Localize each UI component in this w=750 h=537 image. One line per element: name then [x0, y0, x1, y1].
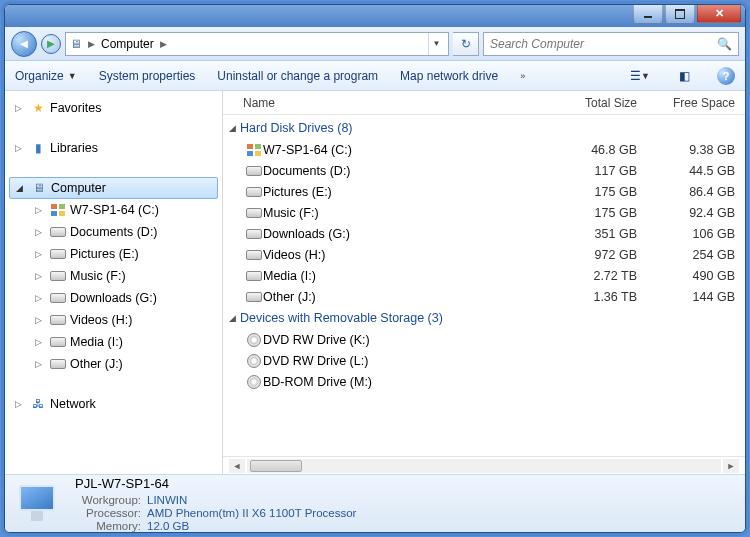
sidebar-drive-item[interactable]: ▷Other (J:): [5, 353, 222, 375]
expand-icon[interactable]: ▷: [35, 249, 46, 259]
group-hard-disk-drives[interactable]: ◢ Hard Disk Drives (8): [223, 117, 745, 139]
sidebar-drive-item[interactable]: ▷W7-SP1-64 (C:): [5, 199, 222, 221]
drive-total-size: 1.36 TB: [565, 290, 655, 304]
collapse-icon[interactable]: ◢: [16, 183, 27, 193]
optical-drive-row[interactable]: DVD RW Drive (L:): [223, 350, 745, 371]
sidebar-libraries[interactable]: ▷ ▮ Libraries: [5, 137, 222, 159]
drive-row[interactable]: Music (F:)175 GB92.4 GB: [223, 202, 745, 223]
expand-icon[interactable]: ▷: [35, 315, 46, 325]
drive-row[interactable]: Pictures (E:)175 GB86.4 GB: [223, 181, 745, 202]
column-free-space[interactable]: Free Space: [655, 96, 745, 110]
drive-total-size: 972 GB: [565, 248, 655, 262]
refresh-button[interactable]: ↻: [453, 32, 479, 56]
sidebar-drive-item[interactable]: ▷Pictures (E:): [5, 243, 222, 265]
organize-menu[interactable]: Organize ▼: [15, 69, 77, 83]
sidebar-drive-item[interactable]: ▷Music (F:): [5, 265, 222, 287]
expand-icon[interactable]: ▷: [35, 205, 46, 215]
optical-drive-row[interactable]: BD-ROM Drive (M:): [223, 371, 745, 392]
close-button[interactable]: [697, 5, 741, 23]
drive-name: Videos (H:): [263, 248, 451, 262]
sidebar-network[interactable]: ▷ 🖧 Network: [5, 393, 222, 415]
expand-icon[interactable]: ▷: [15, 103, 26, 113]
expand-icon[interactable]: ▷: [35, 359, 46, 369]
back-button[interactable]: ◄: [11, 31, 37, 57]
expand-icon[interactable]: ▷: [15, 399, 26, 409]
drive-row[interactable]: W7-SP1-64 (C:)46.8 GB9.38 GB: [223, 139, 745, 160]
scroll-track[interactable]: [247, 459, 721, 473]
drive-row[interactable]: Media (I:)2.72 TB490 GB: [223, 265, 745, 286]
column-total-size[interactable]: Total Size: [565, 96, 655, 110]
preview-pane-button[interactable]: ◧: [673, 66, 695, 86]
sidebar-favorites[interactable]: ▷ ★ Favorites: [5, 97, 222, 119]
system-properties-button[interactable]: System properties: [99, 69, 196, 83]
network-icon: 🖧: [30, 396, 46, 412]
view-options-button[interactable]: ☰ ▼: [629, 66, 651, 86]
address-bar[interactable]: 🖥 ▶ Computer ▶ ▼: [65, 32, 449, 56]
help-button[interactable]: ?: [717, 67, 735, 85]
explorer-window: ◄ ► 🖥 ▶ Computer ▶ ▼ ↻ Search Computer 🔍…: [4, 4, 746, 533]
expand-icon[interactable]: ▷: [15, 143, 26, 153]
drive-name: Downloads (G:): [263, 227, 451, 241]
optical-drive-row[interactable]: DVD RW Drive (K:): [223, 329, 745, 350]
drive-icon: [245, 166, 263, 176]
search-input[interactable]: Search Computer 🔍: [483, 32, 739, 56]
drive-row[interactable]: Downloads (G:)351 GB106 GB: [223, 223, 745, 244]
drive-row[interactable]: Videos (H:)972 GB254 GB: [223, 244, 745, 265]
drive-icon: [50, 290, 66, 306]
drive-icon: [50, 268, 66, 284]
minimize-button[interactable]: [633, 5, 663, 23]
sidebar-drive-item[interactable]: ▷Videos (H:): [5, 309, 222, 331]
drive-label: W7-SP1-64 (C:): [70, 203, 159, 217]
forward-button[interactable]: ►: [41, 34, 61, 54]
horizontal-scrollbar[interactable]: ◄ ►: [223, 456, 745, 474]
sidebar-computer[interactable]: ◢ 🖥 Computer: [9, 177, 218, 199]
drive-icon: [50, 356, 66, 372]
collapse-icon[interactable]: ◢: [229, 313, 236, 323]
drive-label: Pictures (E:): [70, 247, 139, 261]
os-drive-icon: [50, 202, 66, 218]
drive-icon: [245, 271, 263, 281]
uninstall-program-button[interactable]: Uninstall or change a program: [217, 69, 378, 83]
drive-label: Music (F:): [70, 269, 126, 283]
breadcrumb[interactable]: Computer: [101, 37, 154, 51]
drive-total-size: 117 GB: [565, 164, 655, 178]
computer-large-icon: [15, 483, 63, 525]
drive-row[interactable]: Documents (D:)117 GB44.5 GB: [223, 160, 745, 181]
expand-icon[interactable]: ▷: [35, 293, 46, 303]
computer-icon: 🖥: [31, 180, 47, 196]
drive-name: DVD RW Drive (K:): [263, 333, 451, 347]
collapse-icon[interactable]: ◢: [229, 123, 236, 133]
drive-free-space: 144 GB: [655, 290, 745, 304]
search-icon[interactable]: 🔍: [717, 37, 732, 51]
scroll-left-icon[interactable]: ◄: [229, 459, 245, 473]
sidebar-drive-item[interactable]: ▷Downloads (G:): [5, 287, 222, 309]
drive-icon: [245, 187, 263, 197]
map-network-drive-button[interactable]: Map network drive: [400, 69, 498, 83]
address-dropdown-icon[interactable]: ▼: [428, 33, 444, 55]
expand-icon[interactable]: ▷: [35, 271, 46, 281]
sidebar-drive-item[interactable]: ▷Documents (D:): [5, 221, 222, 243]
sidebar-drive-item[interactable]: ▷Media (I:): [5, 331, 222, 353]
navigation-row: ◄ ► 🖥 ▶ Computer ▶ ▼ ↻ Search Computer 🔍: [5, 27, 745, 61]
scroll-right-icon[interactable]: ►: [723, 459, 739, 473]
expand-icon[interactable]: ▷: [35, 227, 46, 237]
drive-row[interactable]: Other (J:)1.36 TB144 GB: [223, 286, 745, 307]
overflow-button[interactable]: »: [520, 71, 525, 81]
drive-name: Music (F:): [263, 206, 451, 220]
drive-total-size: 46.8 GB: [565, 143, 655, 157]
drive-icon: [245, 229, 263, 239]
navigation-pane: ▷ ★ Favorites ▷ ▮ Libraries ◢ 🖥 Computer…: [5, 91, 223, 474]
expand-icon[interactable]: ▷: [35, 337, 46, 347]
drive-label: Documents (D:): [70, 225, 158, 239]
column-name[interactable]: Name: [223, 96, 443, 110]
drive-total-size: 175 GB: [565, 206, 655, 220]
maximize-button[interactable]: [665, 5, 695, 23]
title-bar[interactable]: [5, 5, 745, 27]
optical-drive-icon: [245, 354, 263, 368]
drive-label: Other (J:): [70, 357, 123, 371]
scroll-thumb[interactable]: [250, 460, 302, 472]
drive-name: BD-ROM Drive (M:): [263, 375, 451, 389]
libraries-icon: ▮: [30, 140, 46, 156]
drive-total-size: 175 GB: [565, 185, 655, 199]
group-removable-storage[interactable]: ◢ Devices with Removable Storage (3): [223, 307, 745, 329]
